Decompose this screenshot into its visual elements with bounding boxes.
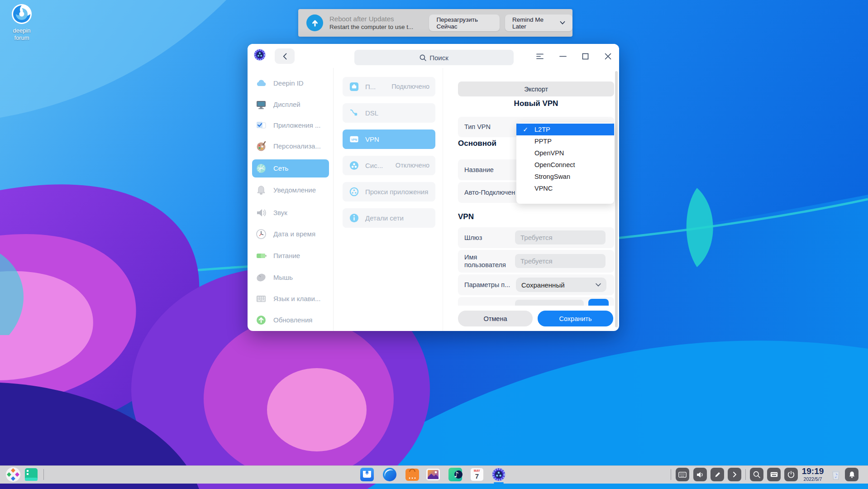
password-options-select[interactable]: Сохраненный — [516, 278, 606, 292]
section-basic: Основной — [458, 139, 496, 148]
onscreen-keyboard-icon — [770, 472, 778, 477]
hamburger-menu-icon — [536, 53, 544, 59]
username-input[interactable] — [515, 254, 606, 268]
cloud-icon — [255, 77, 267, 89]
chevron-right-icon — [733, 471, 737, 478]
remind-me-later-button[interactable]: Remind Me Later — [505, 14, 572, 31]
bell-icon — [849, 471, 855, 478]
launcher-button[interactable] — [5, 467, 21, 482]
tray-search-button[interactable] — [750, 468, 763, 481]
desktop-shortcut-label2: forum — [3, 34, 41, 42]
dock-app-music[interactable]: ♪ — [448, 467, 463, 482]
network-item-hotspot[interactable]: Сис... Отключено — [343, 156, 435, 175]
sidebar-item-apps[interactable]: Приложения ... — [252, 116, 329, 134]
search-input[interactable]: Поиск — [354, 50, 514, 65]
panel-divider — [443, 68, 443, 331]
tray-separator-2 — [745, 469, 746, 480]
tray-power-button[interactable] — [784, 468, 798, 481]
save-button[interactable]: Сохранить — [538, 311, 613, 326]
control-center-icon — [491, 467, 506, 482]
network-item-dsl[interactable]: DSL — [343, 103, 435, 123]
file-manager-icon — [360, 467, 374, 482]
back-button[interactable] — [275, 48, 295, 64]
tray-volume-button[interactable] — [693, 468, 707, 481]
network-item-app-proxy[interactable]: Прокси приложения — [343, 182, 435, 201]
close-icon — [605, 53, 611, 60]
clipped-blue-button[interactable] — [588, 299, 609, 306]
tray-onboard-button[interactable] — [767, 468, 781, 481]
dock-clock[interactable]: 19:19 2022/5/7 — [798, 466, 828, 482]
desktop-shortcut-deepin-forum[interactable]: deepin forum — [3, 4, 41, 42]
control-center-logo-icon — [253, 48, 266, 61]
dock-app-store[interactable] — [405, 467, 420, 482]
display-icon — [255, 99, 267, 110]
sidebar-item-mouse[interactable]: Мышь — [252, 268, 329, 287]
calendar-icon: MAY 7 — [470, 467, 484, 482]
sidebar-item-notifications[interactable]: Уведомление — [252, 181, 329, 199]
gateway-label: Шлюз — [464, 227, 482, 248]
keyboard-layout-icon — [678, 472, 687, 478]
vpn-type-label: Тип VPN — [464, 117, 491, 137]
section-vpn: VPN — [458, 212, 474, 221]
dock-app-calendar[interactable]: MAY 7 — [470, 467, 484, 482]
desktop-shortcut-label: deepin — [3, 27, 41, 34]
sidebar-item-personalization[interactable]: Персонализа... — [252, 137, 329, 155]
name-label: Название — [464, 159, 494, 180]
password-options-row: Параметры п... Сохраненный — [458, 274, 614, 295]
close-button[interactable] — [601, 50, 615, 62]
tray-screenshot-button[interactable] — [711, 468, 724, 481]
sidebar-item-display[interactable]: Дисплей — [252, 96, 329, 114]
gateway-input[interactable] — [515, 230, 606, 244]
tray-keyboard-layout-button[interactable] — [676, 468, 689, 481]
dropdown-option-pptp[interactable]: ✓PPTP — [516, 135, 614, 147]
music-icon: ♪ — [448, 467, 463, 482]
dropdown-option-openvpn[interactable]: ✓OpenVPN — [516, 147, 614, 159]
notification-title: Reboot after Updates — [329, 14, 424, 23]
tray-notifications-button[interactable] — [845, 468, 858, 481]
network-item-details[interactable]: Детали сети — [343, 208, 435, 228]
dock-app-photos[interactable] — [426, 467, 440, 482]
dropdown-option-openconnect[interactable]: ✓OpenConnect — [516, 159, 614, 171]
palette-icon — [255, 140, 267, 152]
sidebar-divider — [333, 68, 334, 331]
cancel-button[interactable]: Отмена — [458, 311, 533, 326]
tray-expand-button[interactable] — [728, 468, 741, 481]
sidebar-item-updates[interactable]: Обновления — [252, 311, 329, 329]
dropdown-option-strongswan[interactable]: ✓StrongSwan — [516, 171, 614, 182]
maximize-button[interactable] — [578, 50, 592, 62]
dropdown-option-vpnc[interactable]: ✓VPNC — [516, 182, 614, 194]
minimize-button[interactable] — [556, 50, 570, 62]
clock-icon — [255, 228, 267, 240]
speaker-icon — [255, 207, 267, 219]
svg-text:♪: ♪ — [454, 470, 459, 479]
export-button[interactable]: Экспорт — [458, 82, 614, 96]
reboot-now-button[interactable]: Перезагрузить Сейчас — [429, 14, 500, 31]
network-item-wired[interactable]: П... Подключено — [343, 77, 435, 96]
deepin-forum-icon — [11, 4, 32, 24]
dsl-icon — [349, 108, 359, 118]
tray-separator — [671, 469, 671, 480]
mouse-icon — [255, 272, 267, 283]
sidebar-item-power[interactable]: Питание — [252, 247, 329, 265]
search-placeholder: Поиск — [429, 54, 448, 62]
dock-trash[interactable] — [830, 468, 842, 481]
dock-app-editor[interactable] — [24, 468, 39, 482]
dock-app-file-manager[interactable] — [360, 467, 374, 482]
sidebar-item-deepin-id[interactable]: Deepin ID — [252, 74, 329, 92]
gateway-row: Шлюз — [458, 227, 614, 248]
status-connected: Подключено — [391, 77, 429, 96]
dropdown-option-l2tp[interactable]: ✓ L2TP — [516, 124, 614, 135]
sidebar-item-keyboard[interactable]: Язык и клави... — [252, 290, 329, 308]
sidebar-item-network[interactable]: Сеть — [252, 159, 329, 177]
sidebar-item-datetime[interactable]: Дата и время — [252, 225, 329, 243]
window-menu-button[interactable] — [533, 50, 547, 62]
autoconnect-label: Авто-Подключен — [464, 182, 515, 203]
dock-app-control-center[interactable] — [491, 467, 506, 482]
clipped-input[interactable] — [515, 300, 584, 306]
dock-app-browser[interactable] — [382, 467, 397, 482]
bell-icon — [255, 184, 267, 196]
chevron-down-icon — [560, 21, 565, 25]
panel-scrollbar[interactable] — [615, 71, 618, 327]
network-item-vpn[interactable]: VPN VPN — [343, 129, 435, 149]
sidebar-item-sound[interactable]: Звук — [252, 204, 329, 222]
